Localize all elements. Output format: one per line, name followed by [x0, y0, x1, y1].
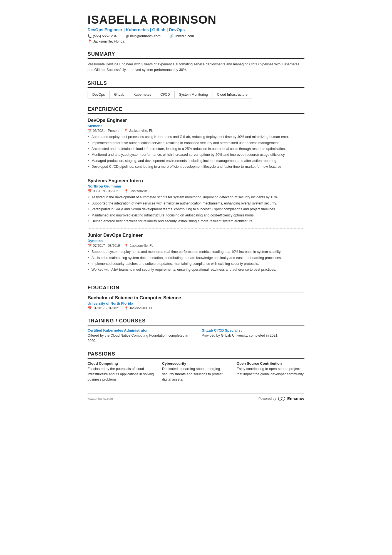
passion-desc: Dedicated to learning about emerging sec… — [162, 366, 230, 382]
edu-meta: 📅 01/2017 - 01/2021 📍 Jacksonville, FL — [88, 306, 304, 310]
skill-tag: System Monitoring — [175, 91, 213, 98]
location-text: Jacksonville, Florida — [93, 40, 125, 43]
list-item: Developed CI/CD pipelines, contributing … — [88, 164, 304, 169]
location-row: 📍 Jacksonville, Florida — [88, 39, 304, 43]
job-location: Jacksonville, FL — [130, 189, 153, 193]
phone-item: 📞 (555) 555-1234 — [88, 34, 116, 38]
list-item: Automated deployment processes using Kub… — [88, 134, 304, 140]
email-item: @ help@enhancv.com — [125, 34, 160, 38]
passion-title: Cybersecurity — [162, 361, 230, 366]
phone-number: (555) 555-1234 — [93, 34, 116, 38]
location-icon: 📍 — [124, 189, 128, 193]
training-item: Certified Kubernetes AdministratorOffere… — [88, 328, 190, 344]
passion-desc: Enjoy contributing to open-source projec… — [237, 366, 304, 377]
job-meta: 📅 06/2021 - Present 📍 Jacksonville, FL — [88, 129, 304, 133]
job-dates-item: 📅 07/2017 - 08/2019 — [88, 244, 120, 248]
experience-section-title: EXPERIENCE — [88, 106, 304, 114]
job-bullets: Assisted in the development of automated… — [88, 195, 304, 224]
list-item: Assisted in the development of automated… — [88, 195, 304, 200]
job-dates-item: 📅 06/2021 - Present — [88, 129, 119, 133]
list-item: Implemented security patches and softwar… — [88, 261, 304, 267]
enhancv-brand-name: Enhancv — [287, 396, 304, 401]
job-location: Jacksonville, FL — [130, 244, 153, 248]
skills-section-title: SKILLS — [88, 80, 304, 88]
training-item-title: Certified Kubernetes Administrator — [88, 328, 190, 332]
summary-text: Passionate DevOps Engineer with 3 years … — [88, 61, 304, 73]
experience-block: DevOps EngineerSiemens 📅 06/2021 - Prese… — [88, 118, 304, 174]
passions-section-title: PASSIONS — [88, 351, 304, 359]
passion-title: Open Source Contribution — [237, 361, 304, 366]
list-item: Assisted in maintaining system documenta… — [88, 255, 304, 261]
list-item: Architected and maintained cloud infrast… — [88, 146, 304, 152]
edu-calendar-icon: 📅 — [88, 306, 92, 310]
list-item: Implemented enterprise authentication se… — [88, 140, 304, 146]
skills-section: SKILLS DevOpsGitLabKubernetesCI/CDSystem… — [88, 80, 304, 98]
candidate-name: ISABELLA ROBINSON — [88, 13, 304, 26]
list-item: Supported system deployments and monitor… — [88, 249, 304, 255]
location-icon: 📍 — [88, 39, 92, 43]
company-name: Dynetics — [88, 239, 304, 243]
summary-section: SUMMARY Passionate DevOps Engineer with … — [88, 51, 304, 73]
candidate-title: DevOps Engineer | Kubernetes | GitLab | … — [88, 27, 304, 32]
edu-dates: 01/2017 - 01/2021 — [93, 306, 120, 310]
job-title: DevOps Engineer — [88, 118, 304, 123]
passion-desc: Fascinated by the potentials of cloud in… — [88, 366, 155, 382]
edu-location-item: 📍 Jacksonville, FL — [124, 306, 153, 310]
skill-tag: Cloud Infrastructure — [212, 91, 252, 98]
passions-section: PASSIONS Cloud ComputingFascinated by th… — [88, 351, 304, 382]
linkedin-item: 🔗 linkedin.com — [169, 34, 194, 38]
summary-section-title: SUMMARY — [88, 51, 304, 59]
job-location-item: 📍 Jacksonville, FL — [124, 189, 153, 193]
job-location-item: 📍 Jacksonville, FL — [124, 244, 153, 248]
linkedin-icon: 🔗 — [169, 34, 173, 38]
training-item-desc: Provided by GitLab University, completed… — [202, 333, 304, 338]
training-item-title: GitLab CI/CD Specialist — [202, 328, 304, 332]
list-item: Managed production, staging, and develop… — [88, 158, 304, 164]
edu-location-icon: 📍 — [124, 306, 128, 310]
list-item: Worked with A&A teams to meet security r… — [88, 267, 304, 272]
experience-block: Systems Engineer InternNorthrop Grumman … — [88, 178, 304, 229]
list-item: Monitored and analyzed system performanc… — [88, 152, 304, 157]
linkedin-url: linkedin.com — [175, 34, 194, 38]
job-location: Jacksonville, FL — [129, 129, 153, 133]
company-name: Northrop Grumman — [88, 184, 304, 188]
job-dates: 06/2021 - Present — [93, 129, 119, 133]
skills-list: DevOpsGitLabKubernetesCI/CDSystem Monito… — [88, 91, 252, 98]
calendar-icon: 📅 — [88, 189, 92, 193]
phone-icon: 📞 — [88, 34, 92, 38]
job-bullets: Automated deployment processes using Kub… — [88, 134, 304, 169]
training-section: TRAINING / COURSES Certified Kubernetes … — [88, 318, 304, 344]
experience-section: EXPERIENCE DevOps EngineerSiemens 📅 06/2… — [88, 106, 304, 277]
passions-grid: Cloud ComputingFascinated by the potenti… — [88, 361, 304, 382]
training-section-title: TRAINING / COURSES — [88, 318, 304, 325]
job-dates-item: 📅 08/2019 - 06/2021 — [88, 189, 120, 193]
job-title: Junior DevOps Engineer — [88, 233, 304, 238]
job-dates: 08/2019 - 06/2021 — [93, 189, 120, 193]
list-item: Maintained and improved existing infrast… — [88, 213, 304, 218]
training-item: GitLab CI/CD SpecialistProvided by GitLa… — [202, 328, 304, 344]
edu-dates-item: 📅 01/2017 - 01/2021 — [88, 306, 120, 310]
school-name: University of North Florida — [88, 301, 304, 305]
footer: www.enhancv.com Powered by Enhancv — [88, 393, 304, 401]
location-icon: 📍 — [124, 129, 128, 133]
passion-title: Cloud Computing — [88, 361, 155, 366]
experience-block: Junior DevOps EngineerDynetics 📅 07/2017… — [88, 233, 304, 277]
calendar-icon: 📅 — [88, 129, 92, 133]
degree-title: Bachelor of Science in Computer Science — [88, 295, 304, 301]
list-item: Participated in SAFe and Scrum developme… — [88, 207, 304, 212]
job-meta: 📅 07/2017 - 08/2019 📍 Jacksonville, FL — [88, 244, 304, 248]
job-location-item: 📍 Jacksonville, FL — [124, 129, 153, 133]
training-grid: Certified Kubernetes AdministratorOffere… — [88, 328, 304, 344]
education-section: EDUCATION Bachelor of Science in Compute… — [88, 285, 304, 310]
education-section-title: EDUCATION — [88, 285, 304, 292]
job-title: Systems Engineer Intern — [88, 178, 304, 184]
enhancv-logo-icon — [278, 396, 286, 401]
skill-tag: Kubernetes — [129, 91, 156, 98]
header: ISABELLA ROBINSON DevOps Engineer | Kube… — [88, 13, 304, 43]
passion-item: Open Source ContributionEnjoy contributi… — [237, 361, 304, 382]
passion-item: CybersecurityDedicated to learning about… — [162, 361, 230, 382]
passion-item: Cloud ComputingFascinated by the potenti… — [88, 361, 155, 382]
training-item-desc: Offered by the Cloud Native Computing Fo… — [88, 333, 190, 344]
company-name: Siemens — [88, 124, 304, 128]
footer-website: www.enhancv.com — [88, 397, 113, 400]
